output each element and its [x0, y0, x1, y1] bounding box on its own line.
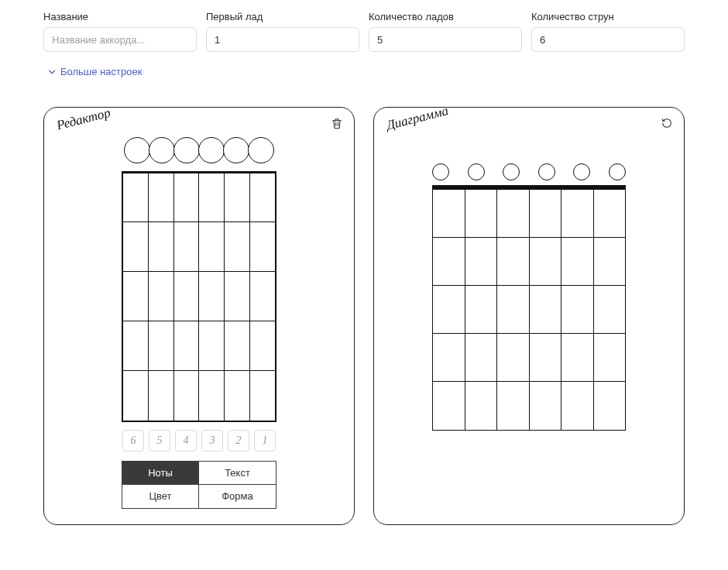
diagram-open-strings: [432, 163, 626, 180]
open-string-slot: [538, 163, 555, 180]
editor-tuning-row: 654321: [122, 430, 276, 452]
more-settings-toggle[interactable]: Больше настроек: [48, 66, 142, 77]
tab-text[interactable]: Текст: [199, 462, 276, 485]
editor-open-strings[interactable]: [57, 137, 342, 163]
param-label-num-strings: Количество струн: [531, 11, 685, 22]
open-string-slot: [609, 163, 626, 180]
open-string-slot: [573, 163, 590, 180]
diagram-fretboard: [432, 190, 626, 431]
open-string-slot[interactable]: [124, 137, 150, 163]
chord-name-input[interactable]: [43, 27, 197, 52]
editor-tab-buttons: Ноты Текст Цвет Форма: [122, 461, 276, 509]
num-strings-input[interactable]: [531, 27, 685, 52]
tuning-slot[interactable]: 5: [149, 430, 170, 452]
trash-icon: [331, 117, 343, 129]
tuning-slot[interactable]: 3: [201, 430, 223, 452]
diagram-card: Диаграмма: [373, 107, 685, 525]
editor-title: Редактор: [55, 105, 112, 133]
tab-notes[interactable]: Ноты: [122, 462, 199, 485]
param-label-name: Название: [43, 11, 197, 22]
tuning-slot[interactable]: 6: [122, 430, 144, 452]
open-string-slot: [503, 163, 520, 180]
open-string-slot[interactable]: [149, 137, 175, 163]
open-string-slot[interactable]: [173, 137, 200, 163]
tuning-slot[interactable]: 2: [228, 430, 249, 452]
param-label-num-frets: Количество ладов: [369, 11, 522, 22]
more-settings-label: Больше настроек: [60, 66, 142, 77]
editor-fretboard[interactable]: [122, 171, 276, 422]
param-label-first-fret: Первый лад: [206, 11, 359, 22]
first-fret-input[interactable]: [206, 27, 359, 52]
open-string-slot: [432, 163, 449, 180]
editor-card: Редактор 654321 Ноты Текст Цвет Форма: [43, 107, 355, 525]
tuning-slot[interactable]: 1: [254, 430, 276, 452]
open-string-slot: [468, 163, 485, 180]
open-string-slot[interactable]: [223, 137, 249, 163]
chevron-down-icon: [48, 68, 56, 76]
diagram-title: Диаграмма: [385, 103, 450, 133]
tab-color[interactable]: Цвет: [122, 485, 199, 508]
open-string-slot[interactable]: [198, 137, 225, 163]
open-string-slot[interactable]: [248, 137, 274, 163]
tab-shape[interactable]: Форма: [199, 485, 276, 508]
delete-button[interactable]: [331, 117, 343, 132]
reset-button[interactable]: [661, 117, 673, 132]
undo-icon: [661, 117, 673, 129]
num-frets-input[interactable]: [369, 27, 522, 52]
tuning-slot[interactable]: 4: [175, 430, 197, 452]
